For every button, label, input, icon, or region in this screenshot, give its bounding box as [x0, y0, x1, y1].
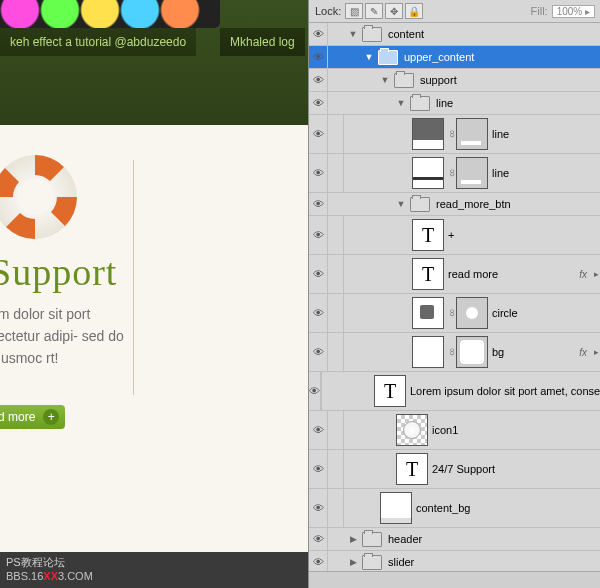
layer-thumbnail	[396, 414, 428, 446]
layers-tree: 👁 ▼content 👁 ▼upper_content 👁 ▼support 👁…	[309, 23, 600, 574]
layer-content-bg[interactable]: 👁 content_bg	[309, 489, 600, 528]
vector-mask	[456, 297, 488, 329]
vector-mask	[456, 118, 488, 150]
layer-line-group[interactable]: 👁 ▼line	[309, 92, 600, 115]
text-layer-icon: T	[374, 375, 406, 407]
layer-icon1[interactable]: 👁 icon1	[309, 411, 600, 450]
support-body-text: um dolor sit port sectetur adipi- sed do…	[0, 303, 140, 369]
folder-icon	[362, 555, 382, 570]
lock-transparent-button[interactable]: ▧	[345, 3, 363, 19]
folder-icon	[410, 197, 430, 212]
browser-chrome: keh effect a tutorial @abduzeedo Mkhaled…	[0, 0, 308, 125]
browser-tab-1[interactable]: keh effect a tutorial @abduzeedo	[0, 28, 196, 56]
visibility-toggle[interactable]: 👁	[309, 294, 328, 332]
watermark-line1: PS教程论坛	[6, 555, 65, 570]
visibility-toggle[interactable]: 👁	[309, 92, 328, 114]
lock-bar: Lock: ▧ ✎ ✥ 🔒 Fill: 100% ▸	[309, 0, 600, 23]
text-layer-icon: T	[412, 258, 444, 290]
visibility-toggle[interactable]: 👁	[309, 333, 328, 371]
page-body: Support um dolor sit port sectetur adipi…	[0, 125, 308, 588]
read-more-label: d more	[0, 410, 35, 424]
visibility-toggle[interactable]: 👁	[309, 489, 328, 527]
browser-tab-2[interactable]: Mkhaled log	[220, 28, 305, 56]
visibility-toggle[interactable]: 👁	[309, 154, 328, 192]
layer-support-text[interactable]: 👁 T24/7 Support	[309, 450, 600, 489]
lock-all-button[interactable]: 🔒	[405, 3, 423, 19]
layer-line-2[interactable]: 👁 𝟾line	[309, 154, 600, 193]
fx-badge[interactable]: fx	[579, 269, 587, 280]
folder-icon	[410, 96, 430, 111]
visibility-toggle[interactable]: 👁	[309, 551, 328, 573]
text-layer-icon: T	[396, 453, 428, 485]
plus-icon: +	[43, 409, 59, 425]
layer-thumbnail	[412, 297, 444, 329]
layer-thumbnail	[412, 157, 444, 189]
layer-line-1[interactable]: 👁 𝟾line	[309, 115, 600, 154]
link-icon: 𝟾	[448, 297, 456, 329]
layer-header-group[interactable]: 👁 ▶header	[309, 528, 600, 551]
layers-panel: Lock: ▧ ✎ ✥ 🔒 Fill: 100% ▸ 👁 ▼content 👁 …	[308, 0, 600, 588]
vector-mask	[456, 336, 488, 368]
text-layer-icon: T	[412, 219, 444, 251]
bokeh-thumbnail	[0, 0, 220, 28]
layer-plus-text[interactable]: 👁 T+	[309, 216, 600, 255]
visibility-toggle[interactable]: 👁	[309, 411, 328, 449]
layer-thumbnail	[412, 118, 444, 150]
visibility-toggle[interactable]: 👁	[309, 115, 328, 153]
visibility-toggle[interactable]: 👁	[309, 46, 328, 68]
folder-icon	[362, 27, 382, 42]
fx-badge[interactable]: fx	[579, 347, 587, 358]
layer-thumbnail	[412, 336, 444, 368]
vertical-divider	[133, 160, 134, 395]
visibility-toggle[interactable]: 👁	[309, 450, 328, 488]
visibility-toggle[interactable]: 👁	[309, 216, 328, 254]
layer-circle[interactable]: 👁 𝟾circle	[309, 294, 600, 333]
visibility-toggle[interactable]: 👁	[309, 193, 328, 215]
layer-content-group[interactable]: 👁 ▼content	[309, 23, 600, 46]
lifesaver-icon	[0, 147, 80, 242]
layer-bg[interactable]: 👁 𝟾bgfx▸	[309, 333, 600, 372]
lock-label: Lock:	[315, 5, 341, 17]
layer-readmore-text[interactable]: 👁 Tread morefx▸	[309, 255, 600, 294]
link-icon: 𝟾	[448, 157, 456, 189]
panel-footer	[309, 571, 600, 588]
layer-thumbnail	[380, 492, 412, 524]
layer-support-group[interactable]: 👁 ▼support	[309, 69, 600, 92]
link-icon: 𝟾	[448, 118, 456, 150]
svg-point-1	[17, 179, 53, 215]
link-icon: 𝟾	[448, 336, 456, 368]
visibility-toggle[interactable]: 👁	[309, 528, 328, 550]
visibility-toggle[interactable]: 👁	[309, 69, 328, 91]
folder-icon	[394, 73, 414, 88]
folder-icon	[362, 532, 382, 547]
watermark-line2: BBS.16XX3.COM	[6, 570, 93, 582]
support-heading: Support	[0, 250, 117, 294]
read-more-button[interactable]: d more +	[0, 405, 65, 429]
lock-paint-button[interactable]: ✎	[365, 3, 383, 19]
layer-lorem-text[interactable]: 👁 TLorem ipsum dolor sit port amet, cons…	[309, 372, 600, 411]
visibility-toggle[interactable]: 👁	[309, 23, 328, 45]
folder-icon	[378, 50, 398, 65]
watermark: PS教程论坛 BBS.16XX3.COM	[0, 552, 308, 588]
lock-position-button[interactable]: ✥	[385, 3, 403, 19]
fill-label: Fill:	[531, 5, 548, 17]
visibility-toggle[interactable]: 👁	[309, 372, 321, 410]
layer-readmore-group[interactable]: 👁 ▼read_more_btn	[309, 193, 600, 216]
design-canvas: keh effect a tutorial @abduzeedo Mkhaled…	[0, 0, 308, 588]
fill-value-input[interactable]: 100% ▸	[552, 5, 595, 18]
layer-upper-content-group[interactable]: 👁 ▼upper_content	[309, 46, 600, 69]
vector-mask	[456, 157, 488, 189]
visibility-toggle[interactable]: 👁	[309, 255, 328, 293]
